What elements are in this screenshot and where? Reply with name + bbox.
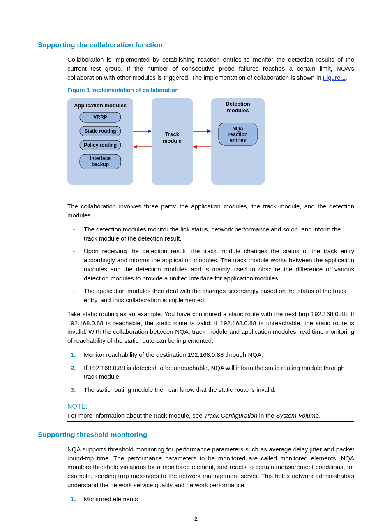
list-item: If 192.168.0.88 is detected to be unreac… bbox=[67, 363, 354, 382]
list-item: The detection modules monitor the link s… bbox=[67, 225, 354, 243]
note-text-a: For more information about the track mod… bbox=[67, 412, 204, 419]
list-item: The static routing module then can know … bbox=[67, 385, 354, 394]
note-body: For more information about the track mod… bbox=[67, 412, 354, 419]
svg-text:Track: Track bbox=[165, 131, 180, 137]
figure-1-link[interactable]: Figure 1 bbox=[323, 74, 346, 81]
figure-1: Application modules VRRP Static routing … bbox=[67, 98, 354, 186]
svg-text:backup: backup bbox=[92, 162, 109, 167]
svg-text:Interface: Interface bbox=[90, 155, 111, 161]
svg-text:Detection: Detection bbox=[226, 101, 250, 107]
note-heading: NOTE: bbox=[67, 403, 354, 410]
list-item: The application modules then deal with t… bbox=[67, 287, 354, 305]
note-box: NOTE: For more information about the tra… bbox=[67, 400, 354, 422]
list-item: Upon receiving the detection result, the… bbox=[67, 247, 354, 282]
note-text-c: . bbox=[319, 412, 321, 419]
fig-app-item-1: Static routing bbox=[84, 128, 116, 134]
figure-1-caption: Figure 1 Implementation of collaboration bbox=[67, 87, 354, 93]
svg-text:module: module bbox=[163, 138, 182, 144]
fig-app-item-2: Policy routing bbox=[84, 142, 117, 148]
para-collab-intro-text: Collaboration is implemented by establis… bbox=[67, 56, 354, 81]
svg-text:reaction: reaction bbox=[228, 132, 248, 137]
fig-app-title: Application modules bbox=[74, 102, 127, 109]
page-number: 2 bbox=[0, 515, 392, 522]
svg-text:entries: entries bbox=[230, 137, 246, 143]
heading-threshold: Supporting threshold monitoring bbox=[38, 431, 354, 439]
para-threshold-intro: NQA supports threshold monitoring for pe… bbox=[67, 445, 354, 490]
steps-threshold: Monitored elements bbox=[67, 495, 354, 504]
note-text-b: in the bbox=[257, 412, 276, 419]
note-em-1: Track Configuration bbox=[204, 412, 258, 419]
list-item: Monitored elements bbox=[67, 495, 354, 504]
steps-static-routing: Monitor reachability of the destination … bbox=[67, 350, 354, 394]
fig-app-item-0: VRRP bbox=[93, 114, 107, 120]
list-item: Monitor reachability of the destination … bbox=[67, 350, 354, 359]
para-static-routing-example: Take static routing as an example. You h… bbox=[67, 310, 354, 345]
note-em-2: System Volume bbox=[276, 412, 318, 419]
bullet-list-collab: The detection modules monitor the link s… bbox=[67, 225, 354, 305]
svg-text:NQA: NQA bbox=[233, 126, 244, 132]
para-collab-intro: Collaboration is implemented by establis… bbox=[67, 55, 354, 82]
para-collab-intro-tail: . bbox=[346, 74, 347, 81]
heading-collaboration: Supporting the collaboration function bbox=[38, 41, 354, 49]
svg-text:modules: modules bbox=[227, 107, 249, 113]
para-three-parts: The collaboration involves three parts: … bbox=[67, 202, 354, 220]
